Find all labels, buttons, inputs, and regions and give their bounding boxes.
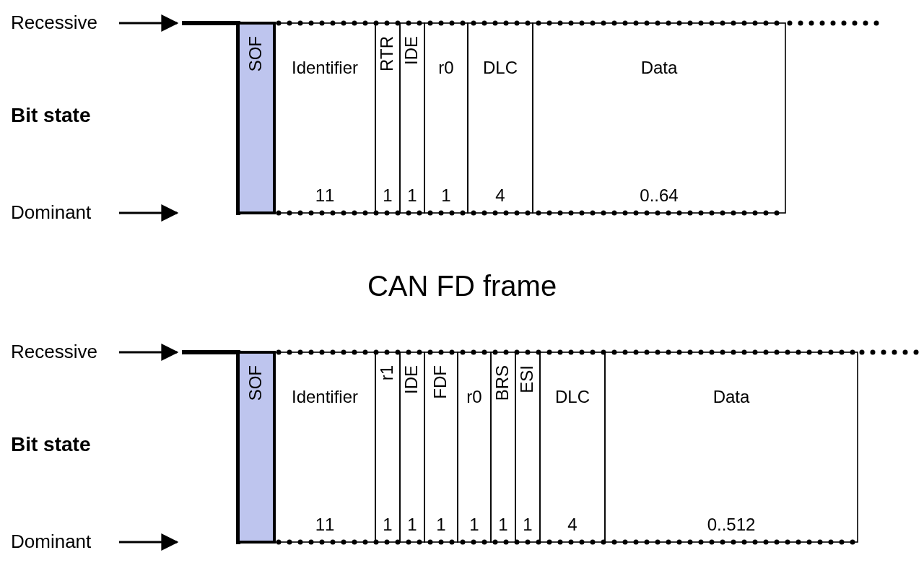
bit-count: 4 (567, 515, 577, 534)
field-label: Data (713, 387, 750, 406)
title-can-fd-frame: CAN FD frame (367, 270, 557, 302)
field-label: Data (641, 58, 678, 77)
bit-count: 1 (407, 186, 417, 205)
field-label: BRS (492, 365, 512, 401)
field-label: DLC (483, 58, 518, 77)
field-label: r0 (438, 58, 453, 77)
svg-rect-25 (540, 352, 605, 542)
field-label: IDE (401, 36, 421, 65)
svg-rect-18 (274, 352, 375, 542)
field-label: Identifier (292, 387, 358, 406)
bit-count: 1 (383, 186, 392, 205)
bit-count: 11 (315, 186, 335, 205)
bit-count: 1 (469, 515, 479, 534)
field-label: IDE (401, 365, 421, 394)
field-label: RTR (377, 36, 396, 71)
bit-count: 1 (498, 515, 507, 534)
bit-count: 1 (523, 515, 532, 534)
bit-count: 1 (383, 515, 392, 534)
bit-count: 11 (315, 515, 335, 534)
svg-text:Dominant: Dominant (11, 531, 92, 552)
bit-count: 1 (436, 515, 445, 534)
svg-text:Bit state: Bit state (11, 104, 90, 126)
svg-text:Recessive: Recessive (11, 341, 97, 362)
bit-count: 1 (407, 515, 417, 534)
field-label: ESI (517, 365, 536, 393)
bit-count: 0..512 (707, 515, 756, 534)
svg-rect-11 (533, 23, 785, 213)
field-label: FDF (430, 365, 450, 399)
svg-rect-6 (274, 23, 375, 213)
field-label: r0 (466, 387, 481, 406)
svg-text:Dominant: Dominant (11, 201, 92, 223)
svg-rect-26 (605, 352, 858, 542)
svg-text:Recessive: Recessive (11, 12, 97, 33)
svg-rect-10 (468, 23, 533, 213)
can-fd-frame-diagram: RecessiveDominantBit stateSOFIdentifier1… (0, 0, 924, 563)
svg-text:Bit state: Bit state (11, 433, 90, 455)
field-label: Identifier (292, 58, 358, 77)
svg-rect-22 (458, 352, 491, 542)
bit-count: 4 (495, 186, 505, 205)
bit-count: 0..64 (640, 186, 678, 205)
bit-count: 1 (441, 186, 450, 205)
field-label: SOF (245, 365, 265, 401)
svg-rect-9 (424, 23, 468, 213)
field-label: SOF (245, 36, 265, 71)
field-label: r1 (377, 365, 396, 380)
field-label: DLC (555, 387, 590, 406)
